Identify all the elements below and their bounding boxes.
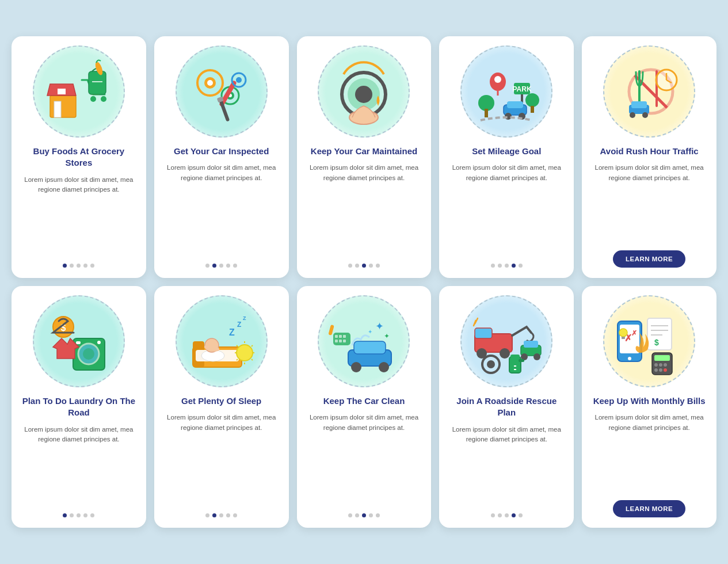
svg-point-114: [654, 368, 658, 372]
svg-point-62: [237, 345, 253, 361]
svg-rect-96: [509, 357, 521, 373]
car-clean-dot-4[interactable]: [376, 513, 380, 517]
svg-point-24: [494, 76, 501, 83]
laundry-dots: [63, 513, 94, 517]
car-inspected-dot-4[interactable]: [233, 264, 237, 268]
sleep-dot-0[interactable]: [205, 513, 209, 517]
mileage-goal-dot-1[interactable]: [498, 264, 502, 268]
car-inspected-dots: [205, 264, 237, 268]
buy-foods-body: Lorem ipsum dolor sit dim amet, mea regi…: [20, 175, 138, 256]
sleep-dot-3[interactable]: [226, 513, 230, 517]
buy-foods-dot-4[interactable]: [90, 264, 94, 268]
svg-text:$: $: [654, 338, 659, 347]
car-clean-title: Keep The Car Clean: [323, 395, 405, 407]
sleep-body: Lorem ipsum dolor sit dim amet, mea regi…: [162, 413, 281, 505]
mileage-goal-dot-4[interactable]: [519, 264, 523, 268]
card-laundry: $ Plan To Do Laundry On The RoadLorem ip…: [12, 286, 146, 528]
car-clean-icon-circle: ✦ ✦ ✦: [318, 295, 410, 387]
car-maintained-dot-3[interactable]: [369, 264, 373, 268]
car-clean-dots: [348, 513, 380, 517]
svg-point-81: [379, 362, 389, 372]
car-maintained-dot-0[interactable]: [348, 264, 352, 268]
card-mileage-goal: PARK Set Mileage GoalLorem ipsum dolor s…: [439, 36, 574, 278]
sleep-dot-1[interactable]: [212, 513, 216, 517]
svg-rect-75: [335, 340, 338, 342]
car-clean-dot-2[interactable]: [362, 513, 366, 517]
car-clean-dot-1[interactable]: [355, 513, 359, 517]
roadside-dot-0[interactable]: [491, 513, 495, 517]
svg-point-113: [664, 363, 667, 367]
mileage-goal-dot-0[interactable]: [491, 264, 495, 268]
svg-point-18: [236, 77, 242, 83]
svg-point-115: [659, 368, 662, 372]
rush-hour-title: Avoid Rush Hour Traffic: [600, 146, 699, 157]
car-inspected-body: Lorem ipsum dolor sit dim amet, mea regi…: [162, 163, 281, 256]
buy-foods-dot-0[interactable]: [63, 264, 67, 268]
car-inspected-dot-0[interactable]: [205, 264, 209, 268]
buy-foods-icon-circle: [33, 45, 125, 138]
svg-rect-97: [510, 355, 520, 359]
card-buy-foods: Buy Foods At Grocery StoresLorem ipsum d…: [12, 36, 146, 278]
car-inspected-dot-3[interactable]: [226, 264, 230, 268]
sleep-title: Get Plenty Of Sleep: [181, 395, 261, 407]
svg-rect-76: [339, 340, 342, 342]
svg-point-10: [207, 80, 213, 86]
svg-text:Z: Z: [243, 315, 246, 321]
svg-point-21: [355, 86, 372, 103]
mileage-goal-dot-2[interactable]: [505, 264, 509, 268]
mileage-goal-dot-3[interactable]: [512, 264, 516, 268]
laundry-title: Plan To Do Laundry On The Road: [20, 395, 138, 419]
buy-foods-dots: [63, 264, 94, 268]
laundry-dot-0[interactable]: [63, 513, 67, 517]
svg-rect-6: [89, 71, 106, 94]
monthly-bills-body: Lorem ipsum dolor sit dim amet, mea regi…: [590, 413, 708, 492]
card-car-maintained: Keep Your Car MaintainedLorem ipsum dolo…: [297, 36, 432, 278]
buy-foods-dot-2[interactable]: [77, 264, 81, 268]
roadside-dot-2[interactable]: [505, 513, 509, 517]
laundry-dot-4[interactable]: [90, 513, 94, 517]
svg-line-70: [237, 345, 238, 346]
svg-rect-29: [507, 101, 523, 108]
rush-hour-icon-circle: [603, 45, 695, 138]
svg-point-46: [642, 112, 648, 118]
car-clean-dot-0[interactable]: [348, 513, 352, 517]
svg-rect-110: [654, 355, 670, 361]
car-maintained-dot-4[interactable]: [376, 264, 380, 268]
roadside-dot-3[interactable]: [512, 513, 516, 517]
svg-point-34: [525, 93, 539, 107]
svg-text:✦: ✦: [368, 329, 372, 335]
svg-rect-73: [339, 335, 342, 338]
car-maintained-title: Keep Your Car Maintained: [311, 146, 417, 157]
roadside-dot-1[interactable]: [498, 513, 502, 517]
car-inspected-title: Get Your Car Inspected: [174, 146, 269, 157]
monthly-bills-learn-more-button[interactable]: LEARN MORE: [613, 500, 685, 517]
roadside-dot-4[interactable]: [519, 513, 523, 517]
svg-point-89: [500, 348, 510, 359]
svg-rect-85: [329, 325, 334, 336]
car-maintained-dot-2[interactable]: [362, 264, 366, 268]
sleep-dot-4[interactable]: [233, 513, 237, 517]
svg-text:✦: ✦: [384, 332, 390, 340]
rush-hour-learn-more-button[interactable]: LEARN MORE: [613, 250, 685, 268]
laundry-dot-1[interactable]: [70, 513, 74, 517]
car-clean-dot-3[interactable]: [369, 513, 373, 517]
svg-point-111: [654, 363, 658, 367]
svg-line-64: [251, 345, 253, 346]
mileage-goal-dots: [491, 264, 523, 268]
car-maintained-dot-1[interactable]: [355, 264, 359, 268]
mileage-goal-title: Set Mileage Goal: [472, 146, 541, 157]
buy-foods-dot-1[interactable]: [70, 264, 74, 268]
svg-text:PARK: PARK: [513, 85, 532, 93]
laundry-dot-3[interactable]: [83, 513, 87, 517]
rush-hour-body: Lorem ipsum dolor sit dim amet, mea regi…: [590, 163, 708, 242]
laundry-icon-circle: $: [33, 295, 125, 387]
car-inspected-dot-1[interactable]: [212, 264, 216, 268]
mileage-goal-icon-circle: PARK: [460, 45, 552, 138]
buy-foods-dot-3[interactable]: [83, 264, 87, 268]
card-sleep: Z Z Z Get Plenty Of SleepLorem ipsum dol…: [154, 286, 289, 528]
sleep-dot-2[interactable]: [219, 513, 223, 517]
car-maintained-dots: [348, 264, 380, 268]
car-inspected-dot-2[interactable]: [219, 264, 223, 268]
laundry-dot-2[interactable]: [77, 513, 81, 517]
svg-text:Z: Z: [237, 321, 241, 329]
